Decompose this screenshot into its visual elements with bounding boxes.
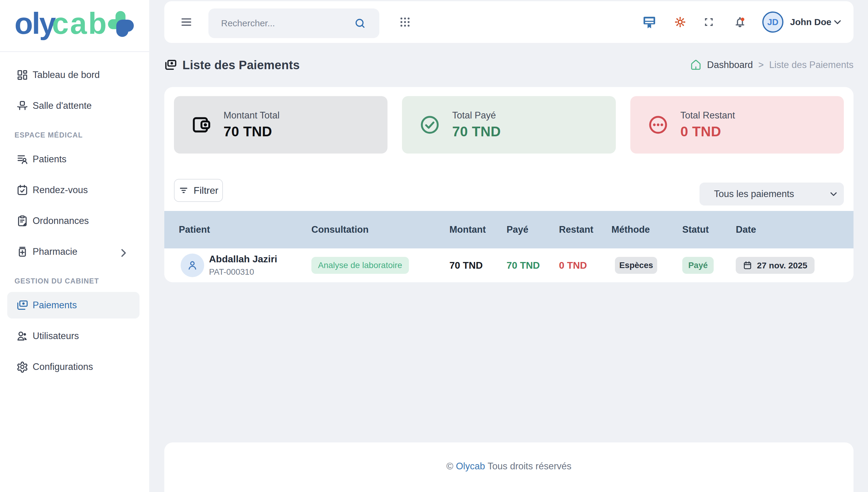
svg-text:cab: cab	[52, 10, 108, 40]
svg-text:oly: oly	[15, 10, 56, 40]
